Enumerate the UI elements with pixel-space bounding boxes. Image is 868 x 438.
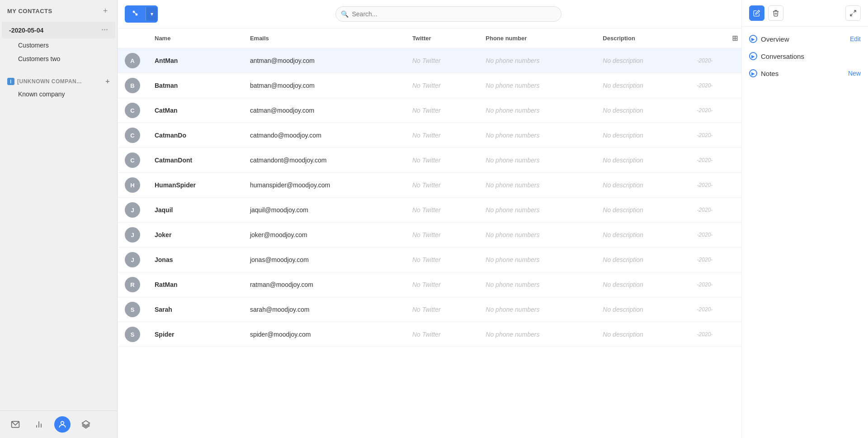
table-row[interactable]: C CatmanDont catmandont@moodjoy.com No T… <box>118 148 741 173</box>
email-cell: catmandont@moodjoy.com <box>243 148 405 173</box>
table-row[interactable]: S Spider spider@moodjoy.com No Twitter N… <box>118 322 741 347</box>
inbox-nav-icon[interactable] <box>7 416 24 433</box>
search-input[interactable] <box>335 6 561 22</box>
table-row[interactable]: C CatmanDo catmando@moodjoy.com No Twitt… <box>118 123 741 148</box>
name-cell: Batman <box>147 73 243 98</box>
avatar-cell: C <box>118 148 147 173</box>
sidebar-item-customers[interactable]: Customers <box>2 38 115 52</box>
contact-avatar: R <box>125 277 140 292</box>
email-cell: jonas@moodjoy.com <box>243 248 405 272</box>
table-row[interactable]: J Jonas jonas@moodjoy.com No Twitter No … <box>118 248 741 272</box>
sidebar-item-customers-two-label: Customers two <box>18 55 60 62</box>
sidebar-header: MY CONTACTS + <box>0 0 117 22</box>
twitter-cell: No Twitter <box>405 123 478 148</box>
avatar-cell: B <box>118 73 147 98</box>
email-cell: jaquil@moodjoy.com <box>243 198 405 223</box>
date-cell: -2020- <box>690 123 741 148</box>
table-row[interactable]: H HumanSpider humanspider@moodjoy.com No… <box>118 173 741 198</box>
nav-item-conversations[interactable]: ▶ Conversations <box>742 48 868 65</box>
date-cell: -2020- <box>690 322 741 347</box>
phone-cell: No phone numbers <box>478 98 595 123</box>
name-cell: CatMan <box>147 98 243 123</box>
description-cell: No description <box>595 297 689 322</box>
avatar-cell: S <box>118 297 147 322</box>
delete-button[interactable] <box>768 5 783 21</box>
description-cell: No description <box>595 248 689 272</box>
description-cell: No description <box>595 73 689 98</box>
edit-mode-button[interactable] <box>749 5 764 21</box>
sidebar-item-known-company[interactable]: Known company <box>2 87 115 101</box>
avatar-cell: S <box>118 322 147 347</box>
my-contacts-label: MY CONTACTS <box>7 8 52 14</box>
contact-avatar: H <box>125 177 140 193</box>
name-cell: Jaquil <box>147 198 243 223</box>
email-cell: catmando@moodjoy.com <box>243 123 405 148</box>
sidebar-item-2020[interactable]: -2020-05-04 ··· <box>2 22 115 38</box>
table-row[interactable]: J Joker joker@moodjoy.com No Twitter No … <box>118 223 741 248</box>
twitter-cell: No Twitter <box>405 297 478 322</box>
layers-nav-icon[interactable] <box>78 416 94 433</box>
filter-dropdown-button[interactable]: ▾ <box>146 7 158 21</box>
expand-button[interactable] <box>845 5 861 21</box>
nav-item-overview[interactable]: ▶ Overview Edit <box>742 30 868 48</box>
col-toggle-header[interactable]: ⊞ <box>690 29 741 48</box>
col-twitter-header: Twitter <box>405 29 478 48</box>
table-row[interactable]: B Batman batman@moodjoy.com No Twitter N… <box>118 73 741 98</box>
sidebar-group-label: -2020-05-04 <box>9 27 43 34</box>
table-row[interactable]: J Jaquil jaquil@moodjoy.com No Twitter N… <box>118 198 741 223</box>
description-cell: No description <box>595 48 689 73</box>
phone-cell: No phone numbers <box>478 248 595 272</box>
table-row[interactable]: C CatMan catman@moodjoy.com No Twitter N… <box>118 98 741 123</box>
avatar-cell: H <box>118 173 147 198</box>
column-toggle-icon[interactable]: ⊞ <box>732 34 738 42</box>
name-cell: Sarah <box>147 297 243 322</box>
avatar-cell: C <box>118 123 147 148</box>
email-cell: sarah@moodjoy.com <box>243 297 405 322</box>
table-row[interactable]: A AntMan antman@moodjoy.com No Twitter N… <box>118 48 741 73</box>
email-cell: antman@moodjoy.com <box>243 48 405 73</box>
notes-new-link[interactable]: New <box>848 70 861 77</box>
phone-cell: No phone numbers <box>478 173 595 198</box>
contact-avatar: C <box>125 152 140 168</box>
right-panel-nav: ▶ Overview Edit ▶ Conversations ▶ Notes … <box>742 27 868 86</box>
contacts-nav-icon[interactable] <box>54 416 71 433</box>
chart-nav-icon[interactable] <box>31 416 47 433</box>
date-cell: -2020- <box>690 198 741 223</box>
add-company-button[interactable]: + <box>105 77 110 86</box>
overview-label: Overview <box>761 35 789 43</box>
contacts-table: Name Emails Twitter Phone number Descrip… <box>118 29 741 347</box>
col-phone-header: Phone number <box>478 29 595 48</box>
contacts-table-wrapper: Name Emails Twitter Phone number Descrip… <box>118 29 741 438</box>
add-contact-button[interactable]: + <box>101 6 110 15</box>
email-cell: batman@moodjoy.com <box>243 73 405 98</box>
filter-button-group[interactable]: ▾ <box>125 5 158 23</box>
filter-main-button[interactable] <box>125 5 146 23</box>
contact-avatar: J <box>125 252 140 267</box>
phone-cell: No phone numbers <box>478 73 595 98</box>
table-row[interactable]: S Sarah sarah@moodjoy.com No Twitter No … <box>118 297 741 322</box>
phone-cell: No phone numbers <box>478 272 595 297</box>
col-description-header: Description <box>595 29 689 48</box>
contact-avatar: C <box>125 103 140 118</box>
phone-cell: No phone numbers <box>478 322 595 347</box>
twitter-cell: No Twitter <box>405 73 478 98</box>
company-header-label: [UNKNOWN COMPAN... <box>17 78 82 85</box>
overview-edit-link[interactable]: Edit <box>850 35 861 43</box>
sidebar-item-menu-icon[interactable]: ··· <box>101 25 108 35</box>
name-cell: Jonas <box>147 248 243 272</box>
date-cell: -2020- <box>690 223 741 248</box>
search-bar: 🔍 <box>335 6 561 22</box>
table-row[interactable]: R RatMan ratman@moodjoy.com No Twitter N… <box>118 272 741 297</box>
phone-cell: No phone numbers <box>478 123 595 148</box>
overview-arrow-icon: ▶ <box>749 35 757 43</box>
conversations-label: Conversations <box>761 52 804 60</box>
description-cell: No description <box>595 98 689 123</box>
description-cell: No description <box>595 148 689 173</box>
svg-point-4 <box>61 421 64 424</box>
email-cell: joker@moodjoy.com <box>243 223 405 248</box>
date-cell: -2020- <box>690 173 741 198</box>
name-cell: Spider <box>147 322 243 347</box>
notes-label: Notes <box>761 70 778 77</box>
nav-item-notes[interactable]: ▶ Notes New <box>742 65 868 82</box>
sidebar-item-customers-two[interactable]: Customers two <box>2 52 115 66</box>
